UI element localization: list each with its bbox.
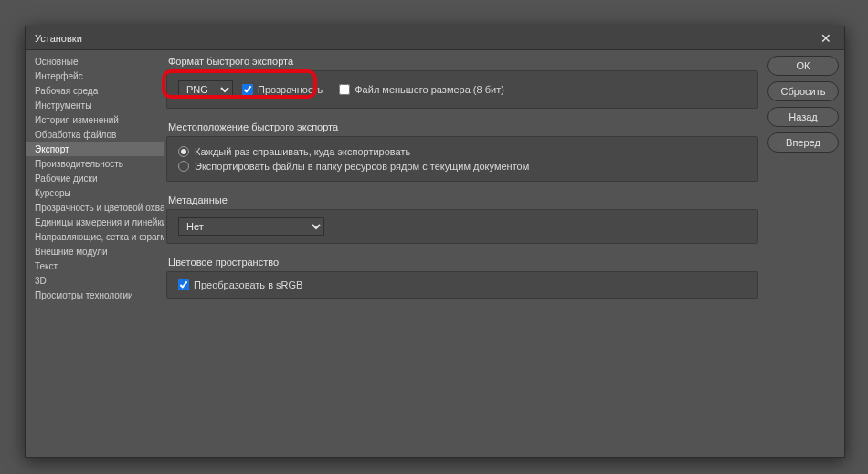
reset-button[interactable]: Сбросить xyxy=(767,81,839,101)
sidebar-item[interactable]: Основные xyxy=(26,54,164,68)
section-colorspace: Преобразовать в sRGB xyxy=(166,271,758,299)
transparency-checkbox[interactable]: Прозрачность xyxy=(242,84,323,95)
sidebar: ОсновныеИнтерфейсРабочая средаИнструмент… xyxy=(26,50,164,457)
sidebar-item[interactable]: 3D xyxy=(26,273,164,288)
titlebar: Установки ✕ xyxy=(26,26,844,50)
sidebar-item[interactable]: Направляющие, сетка и фрагменты xyxy=(26,229,164,244)
sidebar-item[interactable]: Рабочие диски xyxy=(26,171,164,185)
radio-export-folder[interactable]: Экспортировать файлы в папку ресурсов ря… xyxy=(178,159,746,174)
close-icon[interactable]: ✕ xyxy=(817,31,835,46)
content-panel: Формат быстрого экспорта PNG Прозрачност… xyxy=(166,54,767,453)
export-format-select[interactable]: PNG xyxy=(178,80,233,99)
sidebar-item[interactable]: Рабочая среда xyxy=(26,83,164,98)
metadata-select[interactable]: Нет xyxy=(178,217,324,236)
checkbox-label: Преобразовать в sRGB xyxy=(194,279,302,290)
radio-icon xyxy=(178,161,189,172)
forward-button[interactable]: Вперед xyxy=(767,132,839,153)
dialog-buttons: ОК Сбросить Назад Вперед xyxy=(767,54,839,453)
preferences-dialog: Установки ✕ ОсновныеИнтерфейсРабочая сре… xyxy=(25,26,845,458)
section-title-metadata: Метаданные xyxy=(166,193,758,209)
sidebar-item[interactable]: Экспорт xyxy=(26,142,164,156)
section-metadata: Нет xyxy=(166,209,758,244)
sidebar-item[interactable]: Курсоры xyxy=(26,185,164,200)
section-title-colorspace: Цветовое пространство xyxy=(166,255,758,271)
ok-button[interactable]: ОК xyxy=(767,56,839,76)
sidebar-item[interactable]: Обработка файлов xyxy=(26,127,164,142)
sidebar-item[interactable]: Производительность xyxy=(26,156,164,171)
section-title-quick-export: Формат быстрого экспорта xyxy=(166,54,758,70)
sidebar-item[interactable]: История изменений xyxy=(26,112,164,127)
sidebar-item[interactable]: Просмотры технологии xyxy=(26,288,164,302)
radio-label: Экспортировать файлы в папку ресурсов ря… xyxy=(195,161,529,172)
section-quick-export: PNG Прозрачность Файл меньшего размера (… xyxy=(166,70,758,109)
checkbox-label: Прозрачность xyxy=(258,84,323,95)
radio-icon xyxy=(178,146,189,157)
checkbox-label: Файл меньшего размера (8 бит) xyxy=(355,84,504,95)
dialog-title: Установки xyxy=(35,33,817,44)
sidebar-item[interactable]: Текст xyxy=(26,258,164,273)
sidebar-item[interactable]: Инструменты xyxy=(26,98,164,112)
sidebar-item[interactable]: Единицы измерения и линейки xyxy=(26,215,164,229)
back-button[interactable]: Назад xyxy=(767,107,839,127)
convert-srgb-checkbox[interactable]: Преобразовать в sRGB xyxy=(178,279,746,290)
section-title-location: Местоположение быстрого экспорта xyxy=(166,120,758,136)
radio-label: Каждый раз спрашивать, куда экспортирова… xyxy=(195,146,410,157)
section-location: Каждый раз спрашивать, куда экспортирова… xyxy=(166,136,758,182)
sidebar-item[interactable]: Интерфейс xyxy=(26,68,164,83)
small-file-checkbox[interactable]: Файл меньшего размера (8 бит) xyxy=(339,84,504,95)
radio-ask-each-time[interactable]: Каждый раз спрашивать, куда экспортирова… xyxy=(178,144,746,159)
sidebar-item[interactable]: Прозрачность и цветовой охват xyxy=(26,200,164,215)
sidebar-item[interactable]: Внешние модули xyxy=(26,244,164,258)
